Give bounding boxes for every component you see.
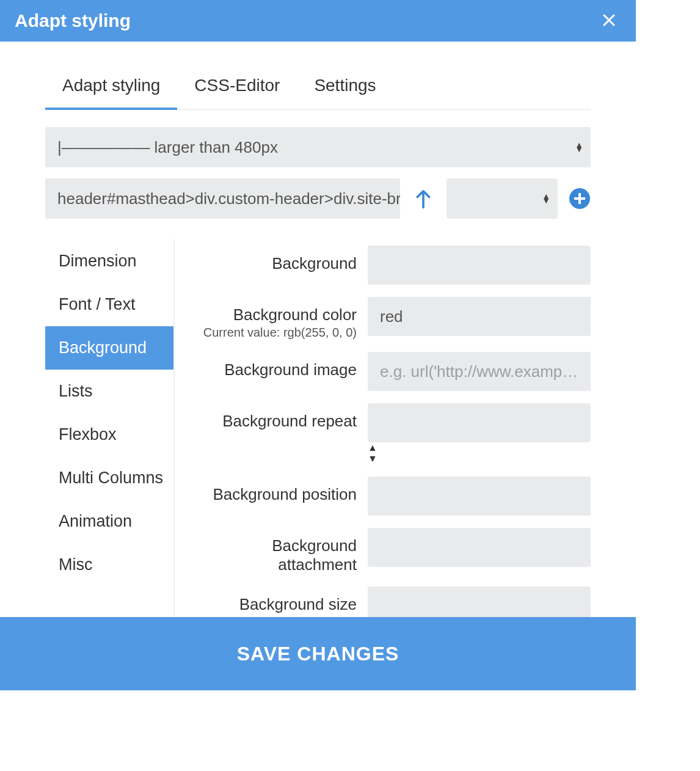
save-changes-button[interactable]: SAVE CHANGES <box>237 643 399 665</box>
selector-input[interactable]: header#masthead>div.custom-header>div.si… <box>45 178 400 219</box>
close-icon <box>602 13 616 27</box>
property-label: Background position <box>193 485 357 504</box>
property-row: Background position <box>193 477 591 516</box>
media-query-select[interactable]: |–––––––––– larger than 480px <box>45 127 591 167</box>
background-image-input[interactable] <box>368 352 591 391</box>
sidebar-item-flexbox[interactable]: Flexbox <box>45 413 173 456</box>
property-row: Background image <box>193 352 591 391</box>
background-repeat-select[interactable] <box>368 403 591 442</box>
background-attachment-input[interactable] <box>368 528 591 567</box>
close-button[interactable] <box>597 9 621 33</box>
sidebar-item-misc[interactable]: Misc <box>45 543 173 586</box>
sidebar-item-lists[interactable]: Lists <box>45 370 173 413</box>
pseudo-select[interactable] <box>447 178 558 219</box>
background-color-input[interactable] <box>368 297 591 336</box>
properties-panel: Background Background color Current valu… <box>175 239 591 618</box>
property-row: Background <box>193 246 591 285</box>
tab-settings[interactable]: Settings <box>314 66 376 109</box>
property-category-sidebar: Dimension Font / Text Background Lists F… <box>45 239 175 618</box>
sidebar-item-multi-columns[interactable]: Multi Columns <box>45 456 173 500</box>
property-row: Background color Current value: rgb(255,… <box>193 297 591 340</box>
property-label: Background size <box>193 595 357 614</box>
background-size-input[interactable] <box>368 586 591 618</box>
selector-text: header#masthead>div.custom-header>div.si… <box>57 189 400 208</box>
plus-circle-icon <box>569 188 591 210</box>
tab-css-editor[interactable]: CSS-Editor <box>194 66 280 109</box>
background-position-input[interactable] <box>368 477 591 516</box>
tab-bar: Adapt styling CSS-Editor Settings <box>45 66 591 110</box>
dialog-header: Adapt styling <box>0 0 636 42</box>
selector-parent-button[interactable] <box>411 186 436 211</box>
property-row: Background attachment <box>193 528 591 574</box>
arrow-up-icon <box>414 188 432 209</box>
sidebar-item-background[interactable]: Background <box>45 326 173 370</box>
sidebar-item-animation[interactable]: Animation <box>45 500 173 543</box>
property-row: Background repeat ▲▼ <box>193 403 591 464</box>
property-label: Background <box>193 254 357 273</box>
property-label: Background color <box>193 305 357 324</box>
property-current-value: Current value: rgb(255, 0, 0) <box>193 326 357 340</box>
add-selector-button[interactable] <box>569 188 591 210</box>
tab-adapt-styling[interactable]: Adapt styling <box>62 66 160 109</box>
property-label: Background image <box>193 360 357 379</box>
background-input[interactable] <box>368 246 591 285</box>
dialog-footer: SAVE CHANGES <box>0 617 636 690</box>
property-label: Background repeat <box>193 412 357 431</box>
property-label: Background attachment <box>193 536 357 574</box>
chevron-up-down-icon: ▲▼ <box>368 442 377 464</box>
sidebar-item-dimension[interactable]: Dimension <box>45 239 173 283</box>
sidebar-item-font-text[interactable]: Font / Text <box>45 283 173 326</box>
property-row: Background size <box>193 586 591 618</box>
dialog-title: Adapt styling <box>15 10 131 31</box>
